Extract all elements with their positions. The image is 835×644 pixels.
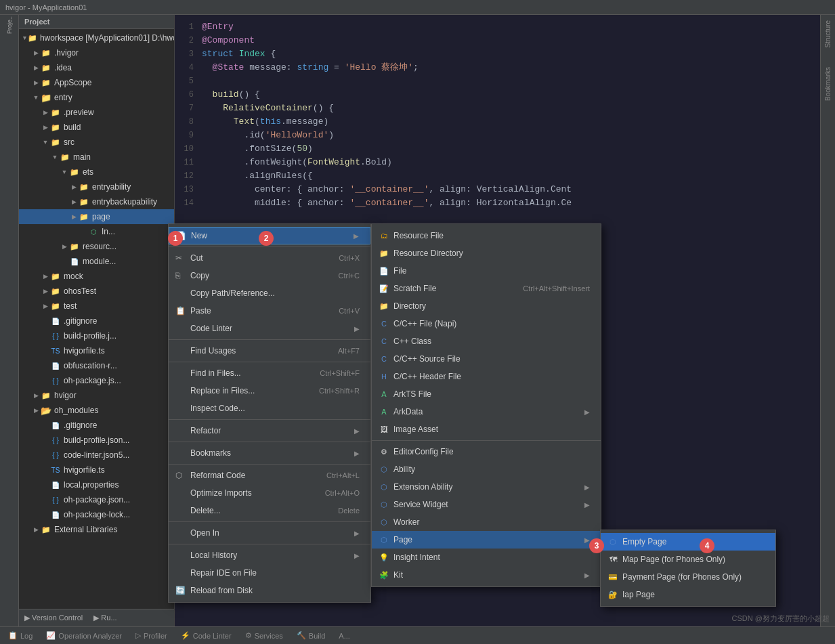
tree-item-index[interactable]: ⬡ In...	[19, 224, 174, 239]
tree-item-build[interactable]: ▶ build	[19, 120, 174, 135]
menu-item-emptypage[interactable]: ⬡ Empty Page	[601, 533, 775, 551]
menu-item-insightintent[interactable]: 💡 Insight Intent	[372, 549, 601, 566]
tree-item-gitignore[interactable]: 📄 .gitignore	[19, 314, 174, 328]
menu-item-file[interactable]: 📄 File	[372, 262, 601, 280]
tree-label: External Libraries	[54, 525, 117, 534]
menu-item-copypath[interactable]: Copy Path/Reference...	[169, 284, 370, 302]
tree-item-ohostest[interactable]: ▶ ohosTest	[19, 284, 174, 299]
menu-item-extensionability[interactable]: ⬡ Extension Ability ▶	[372, 478, 601, 496]
tree-item-hvigorfile[interactable]: TS hvigorfile.ts	[19, 343, 174, 358]
tree-item-obfuscation[interactable]: 📄 obfuscation-r...	[19, 358, 174, 373]
menu-item-arkdata[interactable]: A ArkData ▶	[372, 403, 601, 421]
menu-item-page[interactable]: ⬡ Page ▶	[372, 531, 601, 549]
tree-item-codelinter[interactable]: { } code-linter.json5...	[19, 448, 174, 463]
structure-sidebar-tab[interactable]: Structure	[823, 18, 833, 51]
context-menu-new-submenu[interactable]: 🗂 Resource File 📁 Resource Directory 📄 F…	[371, 223, 601, 587]
tree-item-ets[interactable]: ▼ ets	[19, 165, 174, 179]
menu-item-paste[interactable]: 📋 Paste Ctrl+V	[169, 302, 370, 320]
menu-item-findusages[interactable]: Find Usages Alt+F7	[169, 342, 370, 360]
profiler-tab[interactable]: ▷ Profiler	[133, 630, 170, 641]
menu-item-ability[interactable]: ⬡ Ability	[372, 460, 601, 478]
tree-item-buildprofile[interactable]: { } build-profile.j...	[19, 328, 174, 343]
menu-item-resourcedir[interactable]: 📁 Resource Directory	[372, 244, 601, 262]
menu-item-iappage[interactable]: 🔐 Iap Page	[601, 586, 775, 603]
menu-item-arkts[interactable]: A ArkTS File	[372, 385, 601, 403]
tree-item-hvigorfile2[interactable]: TS hvigorfile.ts	[19, 463, 174, 477]
menu-item-scratchfile[interactable]: 📝 Scratch File Ctrl+Alt+Shift+Insert	[372, 280, 601, 297]
menu-item-cpp-class[interactable]: C C++ Class	[372, 332, 601, 350]
more-tab[interactable]: A...	[336, 630, 353, 641]
log-tab[interactable]: 📋 Log	[5, 630, 35, 641]
menu-item-openin[interactable]: Open In ▶	[169, 524, 370, 542]
tree-item-resources[interactable]: ▶ resourc...	[19, 239, 174, 254]
operation-analyzer-tab[interactable]: 📈 Operation Analyzer	[43, 630, 125, 641]
menu-item-copy[interactable]: ⎘ Copy Ctrl+C	[169, 267, 370, 284]
menu-item-findinfiles[interactable]: Find in Files... Ctrl+Shift+F	[169, 364, 370, 382]
tree-item-idea[interactable]: ▶ .idea	[19, 60, 174, 75]
tree-item-extlibs[interactable]: ▶ External Libraries	[19, 522, 174, 537]
menu-item-localhistory[interactable]: Local History ▶	[169, 546, 370, 564]
tree-item-preview[interactable]: ▶ .preview	[19, 105, 174, 120]
tree-item-module[interactable]: 📄 module...	[19, 254, 174, 269]
tree-item-oh-modules[interactable]: ▶ 📂 oh_modules	[19, 403, 174, 418]
menu-item-cpp-source[interactable]: C C/C++ Source File	[372, 350, 601, 368]
tree-item-hvigor2[interactable]: ▶ hvigor	[19, 388, 174, 403]
tree-item-src[interactable]: ▼ src	[19, 135, 174, 150]
menu-item-repairide[interactable]: Repair IDE on File	[169, 564, 370, 582]
run-tab[interactable]: ▶ Ru...	[93, 614, 116, 622]
menu-item-cut[interactable]: ✂ Cut Ctrl+X	[169, 249, 370, 267]
menu-item-refactor[interactable]: Refactor ▶	[169, 422, 370, 439]
menu-item-worker[interactable]: ⬡ Worker	[372, 513, 601, 531]
menu-label-copy: Copy	[190, 271, 209, 280]
menu-item-editorconfig[interactable]: ⚙ EditorConfig File	[372, 443, 601, 460]
cpp-header-icon: H	[379, 371, 389, 382]
version-control-tab[interactable]: ▶ Version Control	[24, 614, 83, 622]
page-icon: ⬡	[379, 534, 389, 545]
tree-item-ohpackage[interactable]: { } oh-package.js...	[19, 373, 174, 388]
menu-item-inspectcode[interactable]: Inspect Code...	[169, 400, 370, 417]
tree-item-entrybackupability[interactable]: ▶ entrybackupability	[19, 194, 174, 209]
menu-item-kit[interactable]: 🧩 Kit ▶	[372, 566, 601, 584]
tree-item-hvigor[interactable]: ▶ .hvigor	[19, 45, 174, 60]
file-tree[interactable]: ▼ hworkspace [MyApplication01] D:\hworks…	[19, 29, 174, 609]
tree-item-ohpackagelock[interactable]: 📄 oh-package-lock...	[19, 507, 174, 522]
build-tab[interactable]: 🔨 Build	[294, 630, 328, 641]
menu-item-new[interactable]: 📄 New ▶	[169, 227, 370, 244]
tree-item-entry[interactable]: ▼ 📁 entry	[19, 90, 174, 105]
tree-arrow: ▶	[41, 273, 50, 280]
code-linter-tab[interactable]: ⚡ Code Linter	[178, 630, 234, 641]
menu-item-imageasset[interactable]: 🖼 Image Asset	[372, 421, 601, 438]
menu-item-mappage[interactable]: 🗺 Map Page (for Phones Only)	[601, 551, 775, 568]
context-menu-page-submenu[interactable]: ⬡ Empty Page 🗺 Map Page (for Phones Only…	[600, 530, 776, 607]
tree-item-mock[interactable]: ▶ mock	[19, 269, 174, 284]
menu-item-paymentpage[interactable]: 💳 Payment Page (for Phones Only)	[601, 568, 775, 586]
tree-item-pages[interactable]: ▶ page	[19, 209, 174, 224]
tree-item-gitignore2[interactable]: 📄 .gitignore	[19, 418, 174, 433]
tree-label: page	[92, 212, 110, 221]
menu-item-replaceinfiles[interactable]: Replace in Files... Ctrl+Shift+R	[169, 382, 370, 400]
bookmarks-sidebar-tab[interactable]: Bookmarks	[823, 64, 833, 104]
menu-label-directory: Directory	[393, 301, 426, 311]
tree-item-main[interactable]: ▼ main	[19, 150, 174, 165]
tree-item-test[interactable]: ▶ test	[19, 299, 174, 314]
menu-item-reformatcode[interactable]: ⬡ Reformat Code Ctrl+Alt+L	[169, 467, 370, 484]
menu-item-cpp-napi[interactable]: C C/C++ File (Napi)	[372, 315, 601, 332]
context-menu-rightclick[interactable]: 📄 New ▶ ✂ Cut Ctrl+X ⎘ Copy Ctrl+C Copy …	[168, 223, 371, 603]
menu-item-reloadfromdisk[interactable]: 🔄 Reload from Disk	[169, 582, 370, 599]
tree-item-appscope[interactable]: ▶ AppScope	[19, 75, 174, 90]
project-icon[interactable]: Proje..	[2, 18, 17, 33]
menu-item-optimizeimports[interactable]: Optimize Imports Ctrl+Alt+O	[169, 484, 370, 502]
menu-item-bookmarks[interactable]: Bookmarks ▶	[169, 444, 370, 462]
menu-item-codelinter[interactable]: Code Linter ▶	[169, 320, 370, 337]
services-tab[interactable]: ⚙ Services	[242, 630, 286, 641]
tree-item-workspace[interactable]: ▼ hworkspace [MyApplication01] D:\hworks…	[19, 30, 174, 45]
menu-item-delete[interactable]: Delete... Delete	[169, 502, 370, 519]
tree-item-ohpackage2[interactable]: { } oh-package.json...	[19, 492, 174, 507]
menu-item-resourcefile[interactable]: 🗂 Resource File	[372, 227, 601, 244]
menu-item-servicewidget[interactable]: ⬡ Service Widget ▶	[372, 496, 601, 513]
tree-item-buildprofile2[interactable]: { } build-profile.json...	[19, 433, 174, 448]
menu-item-directory[interactable]: 📁 Directory	[372, 297, 601, 315]
tree-item-localprops[interactable]: 📄 local.properties	[19, 477, 174, 492]
tree-item-entryability[interactable]: ▶ entryability	[19, 179, 174, 194]
menu-item-cpp-header[interactable]: H C/C++ Header File	[372, 368, 601, 385]
